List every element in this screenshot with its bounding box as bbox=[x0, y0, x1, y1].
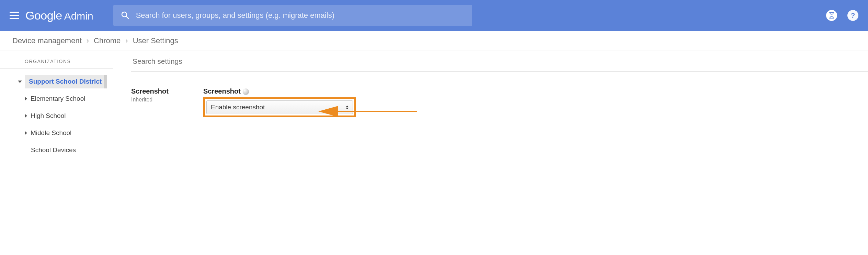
header-search[interactable] bbox=[113, 5, 472, 26]
chevron-right-icon[interactable] bbox=[25, 114, 27, 118]
app-header: Google Admin ? bbox=[0, 0, 868, 31]
org-root-row[interactable]: Support School District bbox=[0, 75, 113, 88]
setting-title: Screenshot bbox=[131, 87, 203, 95]
header-search-input[interactable] bbox=[136, 11, 465, 20]
org-tree: Support School District Elementary Schoo… bbox=[0, 69, 113, 157]
logo-google: Google bbox=[25, 9, 62, 22]
hourglass-icon[interactable] bbox=[826, 10, 837, 21]
setting-label-row: Screenshot bbox=[203, 87, 356, 95]
svg-rect-0 bbox=[10, 12, 19, 13]
org-root-label[interactable]: Support School District bbox=[25, 75, 107, 88]
chevron-right-icon[interactable] bbox=[25, 97, 27, 101]
breadcrumb-item[interactable]: User Settings bbox=[133, 36, 178, 45]
logo[interactable]: Google Admin bbox=[25, 9, 93, 22]
help-icon[interactable]: ? bbox=[847, 10, 858, 21]
logo-admin: Admin bbox=[64, 10, 93, 22]
content: Screenshot Inherited Screenshot Enable s… bbox=[113, 50, 868, 157]
setting-left: Screenshot Inherited bbox=[131, 87, 203, 117]
org-item-label: School Devices bbox=[31, 146, 76, 154]
chevron-right-icon: › bbox=[125, 36, 128, 45]
org-item[interactable]: School Devices bbox=[0, 143, 113, 157]
sidebar-header: ORGANIZATIONS bbox=[0, 57, 113, 69]
chevron-down-icon[interactable] bbox=[18, 81, 22, 83]
chevron-right-icon: › bbox=[87, 36, 89, 45]
org-item[interactable]: High School bbox=[0, 109, 113, 123]
header-icons: ? bbox=[826, 10, 858, 21]
lightbulb-icon[interactable] bbox=[243, 88, 249, 95]
breadcrumb-item[interactable]: Chrome bbox=[94, 36, 121, 45]
chevron-right-icon[interactable] bbox=[25, 131, 27, 135]
menu-icon[interactable] bbox=[10, 12, 19, 19]
setting-row-screenshot: Screenshot Inherited Screenshot Enable s… bbox=[131, 72, 868, 117]
org-item-label: Middle School bbox=[31, 129, 71, 137]
dropdown-value: Enable screenshot bbox=[211, 104, 265, 111]
dropdown-caret-icon bbox=[346, 106, 349, 109]
breadcrumb-item[interactable]: Device management bbox=[12, 36, 82, 45]
setting-label: Screenshot bbox=[203, 87, 241, 95]
svg-rect-2 bbox=[10, 18, 19, 19]
org-item-label: Elementary School bbox=[31, 95, 85, 102]
search-icon bbox=[121, 11, 129, 20]
svg-line-4 bbox=[126, 16, 128, 19]
svg-rect-1 bbox=[10, 15, 19, 16]
settings-search-input[interactable] bbox=[131, 54, 303, 69]
annotation-highlight: Enable screenshot bbox=[203, 97, 356, 117]
sidebar: ORGANIZATIONS Support School District El… bbox=[0, 50, 113, 157]
org-item[interactable]: Middle School bbox=[0, 126, 113, 140]
setting-right: Screenshot Enable screenshot bbox=[203, 87, 356, 117]
org-item[interactable]: Elementary School bbox=[0, 92, 113, 106]
main: ORGANIZATIONS Support School District El… bbox=[0, 50, 868, 157]
org-item-label: High School bbox=[31, 112, 66, 120]
setting-inheritance: Inherited bbox=[131, 97, 203, 103]
breadcrumb: Device management › Chrome › User Settin… bbox=[0, 31, 868, 50]
